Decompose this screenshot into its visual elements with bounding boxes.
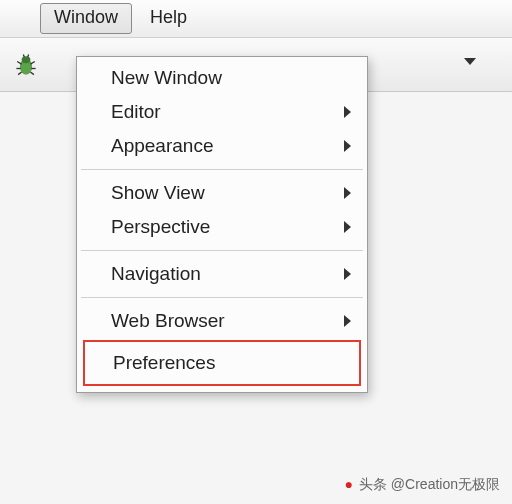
svg-line-8 <box>23 54 24 57</box>
watermark-dot-icon: ● <box>345 476 353 492</box>
svg-line-6 <box>18 72 22 75</box>
menu-window[interactable]: Window <box>40 3 132 34</box>
svg-point-1 <box>22 56 31 63</box>
window-menu-dropdown: New Window Editor Appearance Show View P… <box>76 56 368 393</box>
debug-icon[interactable] <box>12 51 40 79</box>
submenu-arrow-icon <box>344 268 351 280</box>
menu-item-label: Perspective <box>111 216 210 238</box>
menu-item-label: Appearance <box>111 135 213 157</box>
watermark: ● 头条 @Creation无极限 <box>345 476 500 494</box>
menu-help[interactable]: Help <box>136 3 201 34</box>
svg-line-9 <box>28 54 29 57</box>
menu-item-web-browser[interactable]: Web Browser <box>77 304 367 338</box>
watermark-text: 头条 @Creation无极限 <box>359 476 500 492</box>
svg-line-7 <box>30 72 34 75</box>
menu-item-preferences[interactable]: Preferences <box>113 346 349 380</box>
menu-item-label: Show View <box>111 182 205 204</box>
menu-item-editor[interactable]: Editor <box>77 95 367 129</box>
menu-item-show-view[interactable]: Show View <box>77 176 367 210</box>
menubar: Window Help <box>0 0 512 38</box>
menu-item-label: Navigation <box>111 263 201 285</box>
menu-item-label: Web Browser <box>111 310 225 332</box>
menu-item-label: Preferences <box>113 352 215 374</box>
highlight-annotation: Preferences <box>83 340 361 386</box>
menu-item-perspective[interactable]: Perspective <box>77 210 367 244</box>
menu-item-appearance[interactable]: Appearance <box>77 129 367 163</box>
submenu-arrow-icon <box>344 187 351 199</box>
submenu-arrow-icon <box>344 106 351 118</box>
submenu-arrow-icon <box>344 140 351 152</box>
menu-item-label: Editor <box>111 101 161 123</box>
menu-item-navigation[interactable]: Navigation <box>77 257 367 291</box>
submenu-arrow-icon <box>344 221 351 233</box>
menu-separator <box>81 169 363 170</box>
menu-item-label: New Window <box>111 67 222 89</box>
menu-separator <box>81 297 363 298</box>
menu-item-new-window[interactable]: New Window <box>77 61 367 95</box>
menu-separator <box>81 250 363 251</box>
toolbar-dropdown-arrow-icon[interactable] <box>464 58 476 65</box>
submenu-arrow-icon <box>344 315 351 327</box>
